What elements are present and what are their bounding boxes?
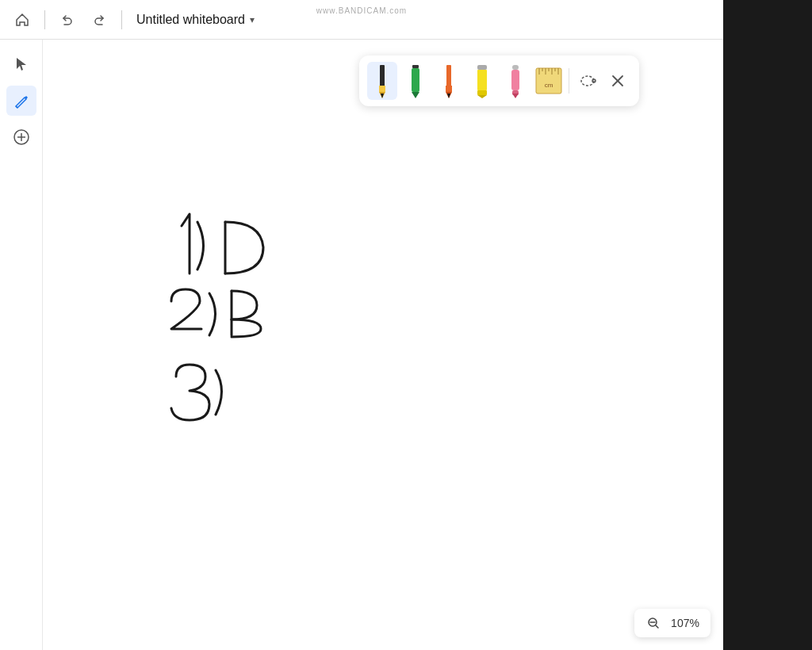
svg-text:cm: cm — [545, 82, 553, 89]
ruler-tool[interactable]: cm — [534, 62, 564, 100]
home-icon — [14, 12, 30, 28]
pink-marker-tool[interactable] — [500, 62, 530, 100]
svg-rect-11 — [446, 65, 451, 87]
yellow-highlighter-icon — [474, 63, 490, 98]
green-marker-icon — [408, 63, 423, 98]
svg-rect-12 — [446, 86, 452, 92]
svg-rect-23 — [536, 68, 561, 94]
pink-marker-icon — [508, 63, 523, 98]
svg-line-0 — [16, 106, 17, 108]
redo-icon — [92, 13, 106, 27]
svg-marker-18 — [477, 95, 487, 98]
canvas-area: cm — [0, 40, 723, 650]
titlebar: Untitled whiteboard ▾ www.BANDICAM.com — [0, 0, 723, 40]
ruler-icon: cm — [534, 65, 563, 97]
svg-rect-19 — [512, 65, 519, 70]
pen-toolbar: cm — [359, 55, 639, 106]
drawing-canvas[interactable]: cm — [43, 40, 723, 650]
yellow-highlighter-tool[interactable] — [467, 62, 497, 100]
black-pencil-tool[interactable] — [367, 62, 397, 100]
zoom-bar: 107% — [634, 609, 710, 637]
zoom-out-icon — [647, 617, 660, 629]
close-toolbar-button[interactable] — [604, 67, 631, 94]
svg-line-37 — [656, 625, 658, 628]
pen-icon — [13, 92, 30, 109]
close-icon — [610, 73, 626, 89]
orange-pencil-tool[interactable] — [434, 62, 464, 100]
left-toolbar — [0, 40, 43, 650]
lasso-button[interactable] — [574, 67, 601, 94]
document-title: Untitled whiteboard — [136, 13, 245, 27]
handwritten-content — [43, 40, 723, 650]
svg-rect-15 — [477, 65, 487, 70]
app-container: Untitled whiteboard ▾ www.BANDICAM.com — [0, 0, 723, 650]
svg-rect-16 — [477, 70, 487, 90]
svg-rect-17 — [477, 90, 487, 95]
add-button[interactable] — [6, 122, 36, 152]
svg-marker-22 — [512, 94, 519, 98]
title-chevron-icon: ▾ — [250, 14, 255, 25]
side-panel — [723, 0, 812, 650]
svg-rect-4 — [380, 65, 385, 87]
svg-rect-9 — [412, 68, 419, 92]
undo-icon — [60, 13, 75, 27]
titlebar-divider-1 — [44, 10, 45, 29]
lasso-icon — [578, 71, 597, 90]
svg-rect-8 — [412, 65, 419, 68]
redo-button[interactable] — [86, 7, 112, 32]
svg-rect-5 — [379, 86, 385, 92]
zoom-out-button[interactable] — [644, 614, 663, 633]
pen-tool-button[interactable] — [6, 86, 36, 116]
zoom-level: 107% — [669, 617, 701, 629]
svg-marker-10 — [412, 92, 419, 98]
add-icon — [13, 128, 30, 146]
watermark: www.BANDICAM.com — [316, 6, 407, 15]
home-button[interactable] — [10, 7, 35, 32]
green-marker-tool[interactable] — [400, 62, 431, 100]
orange-pencil-icon — [442, 63, 456, 98]
title-button[interactable]: Untitled whiteboard ▾ — [132, 10, 259, 30]
select-tool-button[interactable] — [6, 49, 36, 79]
select-icon — [13, 56, 29, 72]
undo-button[interactable] — [55, 7, 80, 32]
black-pencil-icon — [375, 63, 389, 98]
titlebar-divider-2 — [121, 10, 122, 29]
toolbar-separator — [569, 68, 569, 94]
svg-rect-20 — [511, 70, 519, 90]
